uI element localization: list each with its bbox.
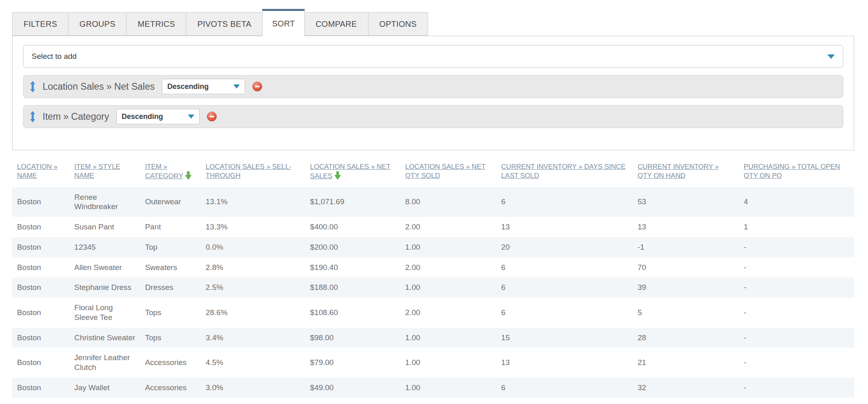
- move-updown-icon[interactable]: [30, 81, 35, 92]
- table-cell: 53: [633, 187, 739, 217]
- table-cell: 4: [739, 187, 854, 217]
- column-header-link[interactable]: ITEM » STYLE NAME: [74, 163, 120, 179]
- table-cell: 0.0%: [201, 237, 305, 257]
- table-cell: 13: [496, 348, 633, 378]
- table-cell: 1: [739, 217, 854, 237]
- add-sort-select[interactable]: Select to add: [23, 45, 843, 68]
- table-row: BostonSusan PantPant13.3%$400.002.001313…: [12, 217, 854, 237]
- column-header-link[interactable]: CURRENT INVENTORY » QTY ON HAND: [638, 163, 719, 179]
- tab-sort[interactable]: SORT: [262, 9, 304, 36]
- tab-groups[interactable]: GROUPS: [68, 12, 127, 36]
- column-header-link[interactable]: PURCHASING » TOTAL OPEN QTY ON PO: [744, 163, 840, 179]
- table-cell: Boston: [12, 277, 69, 298]
- table-cell: Pant: [140, 217, 200, 237]
- table-cell: $98.00: [305, 328, 400, 348]
- remove-sort-button[interactable]: [252, 82, 262, 91]
- table-cell: $108.60: [305, 298, 400, 328]
- table-cell: -: [739, 328, 854, 348]
- table-cell: 21: [633, 348, 739, 378]
- column-header-location-sales-sell-through: LOCATION SALES » SELL-THROUGH: [201, 162, 305, 187]
- table-cell: $400.00: [305, 217, 400, 237]
- table-cell: 13: [496, 217, 633, 237]
- column-header-link[interactable]: LOCATION SALES » SELL-THROUGH: [206, 163, 291, 179]
- table-cell: 70: [633, 257, 739, 278]
- table-cell: -: [739, 298, 854, 328]
- table-cell: 3.4%: [201, 328, 305, 348]
- sort-direction-value: Descending: [122, 112, 163, 121]
- table-cell: 2.00: [401, 298, 497, 328]
- table-cell: 13.1%: [201, 187, 305, 217]
- column-header-location-name: LOCATION » NAME: [12, 162, 69, 187]
- table-cell: -: [739, 257, 854, 278]
- table-cell: $200.00: [305, 237, 400, 257]
- table-cell: 28: [633, 328, 739, 348]
- table-cell: $49.00: [305, 378, 400, 398]
- table-cell: Boston: [12, 348, 69, 378]
- table-cell: Tops: [140, 298, 200, 328]
- table-cell: 6: [496, 298, 633, 328]
- table-cell: Renee Windbreaker: [69, 187, 140, 217]
- table-row: BostonFloral Long Sleeve TeeTops28.6%$10…: [12, 298, 854, 328]
- table-cell: Allen Sweater: [69, 257, 140, 278]
- table-cell: Jay Wallet: [69, 378, 140, 398]
- column-header-link[interactable]: CURRENT INVENTORY » DAYS SINCE LAST SOLD: [501, 163, 625, 179]
- table-row: BostonJennifer Leather ClutchAccessories…: [12, 348, 854, 378]
- column-header-link[interactable]: LOCATION SALES » NET QTY SOLD: [405, 163, 486, 179]
- column-header-link[interactable]: LOCATION » NAME: [17, 163, 58, 179]
- table-cell: Boston: [12, 378, 69, 398]
- table-cell: 1.00: [401, 277, 497, 298]
- minus-icon: [255, 86, 260, 87]
- header-row: LOCATION » NAMEITEM » STYLE NAMEITEM » C…: [12, 162, 854, 187]
- table-cell: $79.00: [305, 348, 400, 378]
- sort-descending-icon: [185, 171, 192, 180]
- sort-descending-icon: [334, 171, 341, 180]
- column-header-text: LOCATION » NAME: [17, 163, 58, 179]
- column-header-current-inventory-days-since-last-sold: CURRENT INVENTORY » DAYS SINCE LAST SOLD: [496, 162, 633, 187]
- column-header-link[interactable]: LOCATION SALES » NET SALES: [310, 163, 390, 180]
- chevron-down-icon: [188, 115, 194, 119]
- table-cell: $188.00: [305, 277, 400, 298]
- sort-rule-row: Item » CategoryDescending: [23, 105, 843, 128]
- table-cell: Tops: [140, 328, 200, 348]
- results-table-header: LOCATION » NAMEITEM » STYLE NAMEITEM » C…: [12, 162, 854, 187]
- table-cell: 4.5%: [201, 348, 305, 378]
- table-cell: 1.00: [401, 348, 497, 378]
- tab-options[interactable]: OPTIONS: [368, 12, 428, 36]
- column-header-text: LOCATION SALES » SELL-THROUGH: [206, 163, 291, 179]
- table-row: BostonAllen SweaterSweaters2.8%$190.402.…: [12, 257, 854, 278]
- table-cell: 6: [496, 277, 633, 298]
- table-cell: 6: [496, 257, 633, 278]
- table-cell: Accessories: [140, 378, 200, 398]
- column-header-location-sales-net-qty-sold: LOCATION SALES » NET QTY SOLD: [401, 162, 497, 187]
- chevron-down-icon: [233, 84, 240, 89]
- table-cell: -: [739, 348, 854, 378]
- sort-direction-select[interactable]: Descending: [116, 109, 200, 124]
- table-cell: Jennifer Leather Clutch: [69, 348, 140, 378]
- sort-rule-row: Location Sales » Net SalesDescending: [23, 75, 843, 98]
- results-table-body: BostonRenee WindbreakerOuterwear13.1%$1,…: [12, 187, 854, 398]
- table-cell: -: [739, 378, 854, 398]
- table-cell: 15: [496, 328, 633, 348]
- table-cell: Boston: [12, 187, 69, 217]
- remove-sort-button[interactable]: [207, 112, 217, 121]
- tab-pivots-beta[interactable]: PIVOTS BETA: [186, 12, 263, 36]
- column-header-location-sales-net-sales: LOCATION SALES » NET SALES: [305, 162, 400, 187]
- table-cell: $190.40: [305, 257, 400, 278]
- tab-filters[interactable]: FILTERS: [12, 12, 69, 36]
- tab-compare[interactable]: COMPARE: [304, 12, 368, 36]
- sort-direction-select[interactable]: Descending: [162, 79, 245, 94]
- table-cell: Boston: [12, 257, 69, 278]
- column-header-text: LOCATION SALES » NET SALES: [310, 163, 390, 180]
- table-cell: 1.00: [401, 328, 497, 348]
- table-cell: Boston: [12, 217, 69, 237]
- column-header-link[interactable]: ITEM » CATEGORY: [145, 163, 192, 180]
- column-header-text: CURRENT INVENTORY » QTY ON HAND: [638, 163, 719, 179]
- table-cell: 39: [633, 277, 739, 298]
- sort-field-label: Location Sales » Net Sales: [43, 81, 155, 92]
- tab-metrics[interactable]: METRICS: [126, 12, 186, 36]
- move-updown-icon[interactable]: [30, 111, 35, 122]
- column-header-purchasing-total-open-qty-on-po: PURCHASING » TOTAL OPEN QTY ON PO: [739, 162, 854, 187]
- table-cell: Boston: [12, 328, 69, 348]
- table-cell: 32: [633, 378, 739, 398]
- table-cell: 13: [633, 217, 739, 237]
